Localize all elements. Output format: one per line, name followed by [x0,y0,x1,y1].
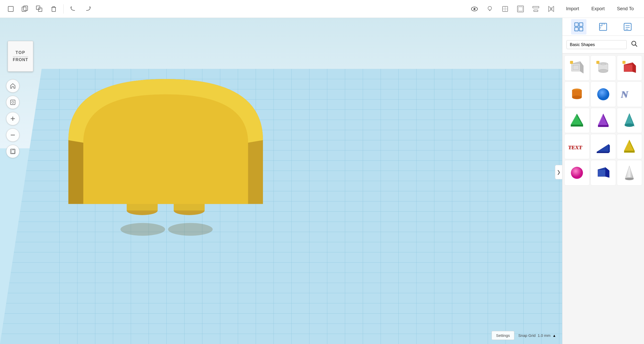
align-button[interactable] [529,2,542,16]
svg-rect-2 [24,6,28,10]
svg-marker-134 [625,114,634,125]
svg-marker-145 [624,151,635,153]
undo-button[interactable] [67,2,80,16]
shape-pyramid-yellow[interactable] [617,134,642,159]
svg-rect-0 [8,6,13,12]
view-cube-divider [13,57,28,57]
tab-ruler-button[interactable] [595,19,611,35]
toolbar: Import Export Send To [0,0,644,18]
settings-button[interactable]: Settings [492,331,514,340]
shape-box-navy[interactable] [591,160,616,185]
view-cube[interactable]: TOP FRONT [8,41,33,72]
shapes-grid: NN TEXTTEXT [562,53,644,344]
svg-point-77 [168,223,213,236]
svg-rect-115 [596,61,599,64]
svg-point-9 [488,6,492,10]
left-controls [6,79,19,158]
search-button[interactable] [629,39,640,50]
svg-rect-1 [22,7,26,12]
toolbar-center [468,2,558,16]
toolbar-divider-1 [63,4,64,14]
shape-sphere-blue[interactable] [591,82,616,107]
focus-view-button[interactable] [6,96,19,109]
svg-rect-15 [533,6,539,8]
send-to-button[interactable]: Send To [611,4,640,14]
toolbar-right: Import Export Send To [560,4,640,14]
svg-rect-91 [575,23,578,26]
import-button[interactable]: Import [560,4,585,14]
svg-line-105 [635,45,637,47]
panel-collapse-button[interactable]: ❯ [555,165,562,179]
view-cube-top-label: TOP [16,50,26,55]
light-button[interactable] [483,2,496,16]
viewport-bottom: Settings Snap Grid 1.0 mm ▲ [492,331,556,340]
shape-text-3d[interactable]: NN [617,82,642,107]
view-button-1[interactable] [498,2,512,16]
view-button-2[interactable] [514,2,527,16]
svg-point-151 [625,177,634,180]
svg-rect-107 [572,64,580,71]
svg-marker-141 [609,145,610,153]
svg-point-76 [120,223,165,236]
svg-rect-110 [570,61,573,64]
right-panel: Basic Shapes [562,18,644,344]
snap-grid-label: Snap Grid [518,333,536,338]
svg-rect-94 [579,27,583,31]
shape-pyramid-green[interactable] [564,108,590,133]
svg-rect-84 [10,100,15,105]
copy-button[interactable] [18,2,32,16]
panel-search-row: Basic Shapes [562,36,644,53]
svg-point-113 [598,69,608,73]
new-button[interactable] [4,2,17,16]
canvas-svg[interactable] [0,18,562,344]
shape-pyramid-purple[interactable] [591,108,616,133]
svg-marker-118 [632,63,636,73]
svg-rect-119 [623,61,626,64]
svg-point-123 [597,88,609,100]
svg-rect-148 [598,170,606,176]
home-view-button[interactable] [6,79,19,93]
delete-button[interactable] [47,2,60,16]
perspective-button[interactable] [6,145,19,158]
svg-point-146 [571,167,583,179]
zoom-out-button[interactable] [6,128,19,142]
mirror-button[interactable] [545,2,558,16]
view-cube-front-label: FRONT [13,58,28,62]
export-button[interactable]: Export [585,4,611,14]
shape-cone-teal[interactable] [617,108,642,133]
svg-rect-93 [575,27,578,31]
svg-marker-140 [597,152,608,153]
svg-marker-133 [598,125,608,127]
svg-marker-90 [12,150,15,153]
svg-rect-5 [52,7,55,12]
snap-grid-dropdown[interactable]: ▲ [552,334,556,338]
viewport[interactable]: TOP FRONT Settings [0,18,562,344]
snap-grid-control: Snap Grid 1.0 mm ▲ [518,333,556,338]
shape-box-red[interactable] [617,56,642,81]
svg-rect-95 [599,23,607,30]
shape-wedge-blue[interactable] [591,134,616,159]
shape-box-hole[interactable] [564,56,590,81]
tab-grid-button[interactable] [571,19,586,35]
shape-cylinder-orange[interactable] [564,82,590,107]
shape-cone-silver[interactable] [617,160,642,185]
main-content: TOP FRONT Settings [0,18,644,344]
svg-point-135 [625,124,634,127]
svg-marker-139 [597,145,608,152]
shapes-dropdown[interactable]: Basic Shapes [567,40,627,49]
shape-text-red[interactable]: TEXTTEXT [564,134,590,159]
svg-text:TEXT: TEXT [568,145,583,151]
eye-button[interactable] [468,2,481,16]
svg-marker-108 [580,62,584,73]
tab-notes-button[interactable] [620,19,635,35]
toolbar-left [4,2,466,16]
snap-grid-value: 1.0 mm [538,333,550,338]
zoom-in-button[interactable] [6,112,19,125]
duplicate-button[interactable] [33,2,46,16]
svg-marker-150 [625,166,634,179]
shape-sphere-pink[interactable] [564,160,590,185]
shape-cylinder-hole[interactable] [591,56,616,81]
svg-point-122 [572,96,582,99]
redo-button[interactable] [81,2,94,16]
svg-rect-14 [518,7,523,11]
